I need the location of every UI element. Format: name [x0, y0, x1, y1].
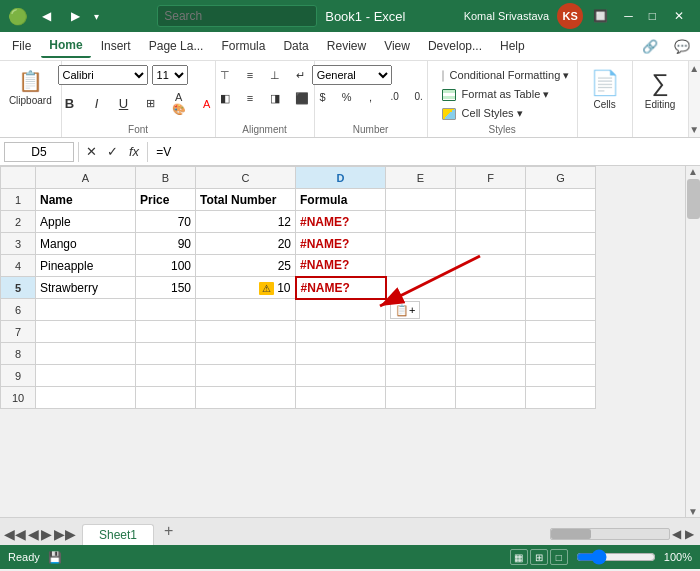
ribbon-display-btn[interactable]: 🔲: [587, 7, 614, 25]
font-family-select[interactable]: Calibri: [58, 65, 148, 85]
comment-btn[interactable]: 💬: [668, 37, 696, 56]
cell-a7[interactable]: [36, 321, 136, 343]
cell-b8[interactable]: [136, 343, 196, 365]
cell-c6[interactable]: [196, 299, 296, 321]
sheet-nav-next[interactable]: ▶: [41, 526, 52, 542]
cell-g9[interactable]: [526, 365, 596, 387]
align-top-btn[interactable]: ⊤: [214, 65, 236, 86]
cell-c7[interactable]: [196, 321, 296, 343]
cell-a10[interactable]: [36, 387, 136, 409]
cell-f6[interactable]: [456, 299, 526, 321]
italic-btn[interactable]: I: [85, 92, 109, 115]
cell-f7[interactable]: [456, 321, 526, 343]
cell-d4[interactable]: #NAME?: [296, 255, 386, 277]
scroll-thumb[interactable]: [687, 179, 700, 219]
cell-e8[interactable]: [386, 343, 456, 365]
border-btn[interactable]: ⊞: [139, 93, 163, 114]
ribbon-scroll-down[interactable]: ▼: [689, 124, 699, 135]
col-header-e[interactable]: E: [386, 167, 456, 189]
sheet-nav-first[interactable]: ◀◀: [4, 526, 26, 542]
cell-f10[interactable]: [456, 387, 526, 409]
cell-b5[interactable]: 150: [136, 277, 196, 299]
user-avatar[interactable]: KS: [557, 3, 583, 29]
font-size-select[interactable]: 11: [152, 65, 188, 85]
zoom-slider[interactable]: [576, 551, 656, 563]
quick-access-back[interactable]: ◀: [36, 7, 57, 25]
cell-f4[interactable]: [456, 255, 526, 277]
page-break-btn[interactable]: □: [550, 549, 568, 565]
function-wizard-btn[interactable]: fx: [125, 144, 143, 159]
cell-e10[interactable]: [386, 387, 456, 409]
cell-e1[interactable]: [386, 189, 456, 211]
cell-c1[interactable]: Total Number: [196, 189, 296, 211]
quick-access-forward[interactable]: ▶: [65, 7, 86, 25]
bold-btn[interactable]: B: [58, 92, 82, 115]
sheet-nav-prev[interactable]: ◀: [28, 526, 39, 542]
cell-c9[interactable]: [196, 365, 296, 387]
paste-btn[interactable]: 📋 Clipboard: [3, 65, 58, 110]
cell-a6[interactable]: [36, 299, 136, 321]
cell-g2[interactable]: [526, 211, 596, 233]
menu-view[interactable]: View: [376, 35, 418, 57]
cell-c3[interactable]: 20: [196, 233, 296, 255]
menu-formula[interactable]: Formula: [213, 35, 273, 57]
h-scroll-left[interactable]: ◀: [672, 527, 681, 541]
confirm-formula-btn[interactable]: ✓: [104, 143, 121, 160]
cell-a8[interactable]: [36, 343, 136, 365]
cell-f3[interactable]: [456, 233, 526, 255]
cell-reference-input[interactable]: D5: [4, 142, 74, 162]
align-center-btn[interactable]: ≡: [239, 88, 261, 109]
cells-btn[interactable]: 📄 Cells: [584, 65, 626, 114]
cell-d1[interactable]: Formula: [296, 189, 386, 211]
cell-d3[interactable]: #NAME?: [296, 233, 386, 255]
cell-c5[interactable]: ⚠ 10: [196, 277, 296, 299]
cell-g6[interactable]: [526, 299, 596, 321]
comma-btn[interactable]: ,: [360, 87, 382, 107]
cell-e3[interactable]: [386, 233, 456, 255]
align-right-btn[interactable]: ◨: [264, 88, 286, 109]
col-header-a[interactable]: A: [36, 167, 136, 189]
cell-f9[interactable]: [456, 365, 526, 387]
format-as-table-btn[interactable]: Format as Table ▾: [436, 86, 569, 103]
cell-e9[interactable]: [386, 365, 456, 387]
currency-btn[interactable]: $: [312, 87, 334, 107]
menu-insert[interactable]: Insert: [93, 35, 139, 57]
cell-d5[interactable]: #NAME?: [296, 277, 386, 299]
col-header-b[interactable]: B: [136, 167, 196, 189]
cell-g3[interactable]: [526, 233, 596, 255]
cell-g8[interactable]: [526, 343, 596, 365]
cell-g10[interactable]: [526, 387, 596, 409]
formula-input[interactable]: =V: [152, 143, 696, 161]
cell-d10[interactable]: [296, 387, 386, 409]
cell-styles-btn[interactable]: Cell Styles ▾: [436, 105, 569, 122]
cell-g1[interactable]: [526, 189, 596, 211]
cell-f8[interactable]: [456, 343, 526, 365]
scroll-down-arrow[interactable]: ▼: [688, 506, 698, 517]
cell-c4[interactable]: 25: [196, 255, 296, 277]
cell-d8[interactable]: [296, 343, 386, 365]
cell-a3[interactable]: Mango: [36, 233, 136, 255]
cancel-formula-btn[interactable]: ✕: [83, 143, 100, 160]
cell-e6[interactable]: 📋+: [386, 299, 456, 321]
scroll-up-arrow[interactable]: ▲: [688, 166, 698, 177]
cell-d6[interactable]: [296, 299, 386, 321]
fill-color-btn[interactable]: A🎨: [166, 87, 192, 120]
menu-home[interactable]: Home: [41, 34, 90, 58]
sheet-tab-sheet1[interactable]: Sheet1: [82, 524, 154, 545]
col-header-f[interactable]: F: [456, 167, 526, 189]
cell-a1[interactable]: Name: [36, 189, 136, 211]
cell-e5[interactable]: [386, 277, 456, 299]
maximize-btn[interactable]: □: [643, 7, 662, 25]
cell-b9[interactable]: [136, 365, 196, 387]
cell-d2[interactable]: #NAME?: [296, 211, 386, 233]
h-scroll-right[interactable]: ▶: [685, 527, 694, 541]
percent-btn[interactable]: %: [336, 87, 358, 107]
decrease-dec-btn[interactable]: 0.: [408, 87, 430, 107]
cell-c10[interactable]: [196, 387, 296, 409]
menu-data[interactable]: Data: [275, 35, 316, 57]
cell-b4[interactable]: 100: [136, 255, 196, 277]
cell-b3[interactable]: 90: [136, 233, 196, 255]
cell-b2[interactable]: 70: [136, 211, 196, 233]
cell-g5[interactable]: [526, 277, 596, 299]
increase-dec-btn[interactable]: .0: [384, 87, 406, 107]
